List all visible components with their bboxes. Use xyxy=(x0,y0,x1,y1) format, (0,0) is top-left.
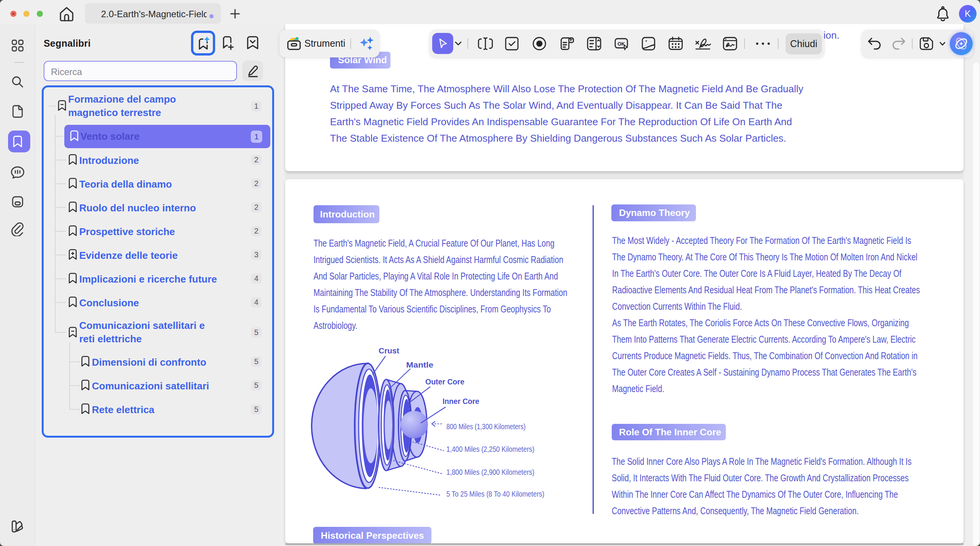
svg-text:5 To 25 Miles (8 To 40 Kilomet: 5 To 25 Miles (8 To 40 Kilometers) xyxy=(446,489,544,498)
svg-text:Mantle: Mantle xyxy=(406,360,433,369)
svg-text:1,400 Miles (2,250 Kilometers): 1,400 Miles (2,250 Kilometers) xyxy=(446,445,534,453)
svg-text:800 Miles (1,300 Kilometers): 800 Miles (1,300 Kilometers) xyxy=(446,422,526,431)
svg-text:Inner Core: Inner Core xyxy=(443,397,479,405)
svg-text:Crust: Crust xyxy=(379,346,399,355)
svg-text:Outer Core: Outer Core xyxy=(425,377,464,386)
svg-text:1,800 Miles (2,900 Kilometers): 1,800 Miles (2,900 Kilometers) xyxy=(446,468,534,476)
